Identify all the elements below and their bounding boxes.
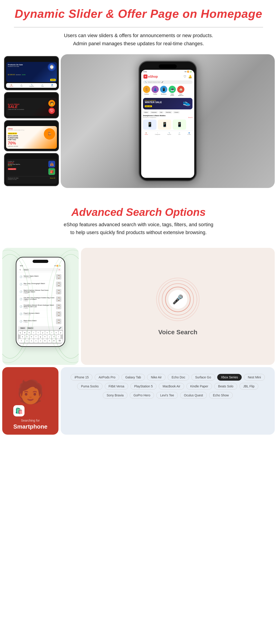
clock-icon-5: 🕐	[19, 305, 22, 308]
clock-icon-4: 🕐	[19, 298, 22, 300]
limited-offer: LIMITED OFFER	[8, 146, 55, 147]
key-o[interactable]: o	[54, 331, 58, 334]
tag-fitbit[interactable]: Fitbit Versa	[105, 383, 128, 390]
smartphone-label: Smartphone	[13, 423, 47, 430]
tag-xbox[interactable]: Xbox Series	[217, 374, 242, 381]
key-h[interactable]: h	[43, 335, 47, 338]
sp-status: 9:41 ▪▪▪ 📶 🔋	[18, 264, 63, 268]
cart-nav-label: Cart	[178, 134, 180, 135]
nav-prof-1: 👤Prof	[51, 84, 53, 87]
app-icon: 🛍️	[13, 405, 24, 416]
watch-image-1: ⌚	[48, 63, 56, 71]
tag-nest[interactable]: Nest Mini	[244, 374, 265, 381]
key-f[interactable]: f	[34, 335, 38, 338]
key-a[interactable]: a	[20, 335, 24, 338]
tag-surface[interactable]: Surface Go	[191, 374, 215, 381]
key-w[interactable]: w	[23, 331, 27, 334]
home-nav-icon: 🏠	[145, 132, 147, 134]
list-text-1: Women Styles Watch In Accessories	[24, 275, 55, 278]
lp-brands: Adidas Aeroposta Aldo AllenSolly Amante	[141, 110, 194, 114]
product-img-1: 👜	[48, 161, 55, 168]
phone-notch-2	[25, 94, 38, 97]
lp-header: M eShop ♡ 🔔	[141, 74, 194, 80]
sp-time: 9:41	[20, 265, 23, 267]
key-y[interactable]: y	[41, 331, 45, 334]
key-p[interactable]: p	[59, 331, 63, 334]
key-q[interactable]: q	[18, 331, 22, 334]
tag-galaxy[interactable]: Galaxy Tab	[121, 374, 145, 381]
suggestion-watchs[interactable]: Watch's	[27, 327, 34, 329]
key-g[interactable]: g	[38, 335, 42, 338]
key-l[interactable]: l	[56, 335, 60, 338]
key-j[interactable]: j	[47, 335, 51, 338]
keyboard-row-3: ⇧ z x c v b n m ⌫	[18, 339, 63, 342]
cat-label-digital: Digitalproduct	[170, 94, 174, 96]
tag-puma[interactable]: Puma Socks	[77, 383, 102, 390]
key-k[interactable]: k	[52, 335, 56, 338]
key-s[interactable]: s	[25, 335, 29, 338]
bell-icon: 🔔	[188, 75, 192, 78]
sp-clear-icon[interactable]: ✕	[58, 269, 60, 271]
tag-sony[interactable]: Sony Bravia	[103, 392, 127, 399]
key-d[interactable]: d	[29, 335, 33, 338]
tag-echo-doc[interactable]: Echo Doc	[168, 374, 189, 381]
tag-airpods[interactable]: AirPods Pro	[95, 374, 119, 381]
lp-logo-icon: M	[143, 74, 148, 78]
key-n[interactable]: n	[47, 339, 51, 342]
keyboard-row-2: a s d f g h j k l	[18, 335, 63, 338]
list-sub-6: In Accessories	[24, 314, 55, 315]
phone-notch-3	[25, 123, 38, 125]
tag-gopro[interactable]: GoPro Hero	[130, 392, 154, 399]
tag-macbook[interactable]: MacBook Air	[159, 383, 184, 390]
key-c[interactable]: c	[34, 339, 38, 342]
key-t[interactable]: t	[36, 331, 40, 334]
tag-oculus[interactable]: Oculus Quest	[180, 392, 207, 399]
cat-label-electronics: Electronics	[161, 94, 166, 95]
list-item-5: 🕐 DressBerry Women Brown Analogue Watch …	[18, 303, 63, 310]
phone-mockup-1: Products On Sale Products On Sale ⌚ $7,0…	[4, 56, 59, 90]
sp-back-icon[interactable]: <	[19, 268, 21, 271]
key-r[interactable]: r	[32, 331, 36, 334]
profile-nav-label: Profile	[188, 134, 191, 135]
key-shift[interactable]: ⇧	[18, 339, 24, 342]
tag-jbl[interactable]: JBL Flip	[240, 383, 258, 390]
list-thumb-7: ⌚	[56, 319, 61, 324]
key-i[interactable]: i	[50, 331, 54, 334]
key-backspace[interactable]: ⌫	[56, 339, 63, 342]
voice-circle-container: 🎤	[155, 277, 200, 322]
brand-allensolly: AllenSolly	[165, 111, 172, 114]
tag-nike[interactable]: Nike Air	[147, 374, 166, 381]
tag-kindle[interactable]: Kindle Paper	[186, 383, 212, 390]
bottom-cards: 🧑 🛍️ Searching for Smartphone iPhone 15 …	[0, 365, 277, 442]
tag-iphone15[interactable]: iPhone 15	[71, 374, 92, 381]
list-item-3: 🕐 Mast & Harbour Women Teal Green Analog…	[18, 288, 63, 296]
cat-home: 🏠 Homeappliances	[177, 86, 184, 96]
show-all-link[interactable]: Show All	[188, 117, 193, 118]
nav-cart: 🛒 Cart	[178, 132, 180, 135]
key-x[interactable]: x	[29, 339, 33, 342]
cat-furniture: 🪑 Furniture	[143, 86, 150, 96]
tag-beats[interactable]: Beats Solo	[214, 383, 237, 390]
key-m[interactable]: m	[52, 339, 56, 342]
nav-home: 🏠 Home	[145, 132, 148, 135]
tag-echo-show[interactable]: Echo Show	[209, 392, 233, 399]
tag-ps5[interactable]: PlayStation 5	[130, 383, 157, 390]
key-z[interactable]: z	[25, 339, 29, 342]
sale-text: BLACK FRIDAY SALE Limited time offer on …	[8, 104, 47, 110]
section2: Advanced Search Options eShop features a…	[0, 197, 277, 248]
cat-electronics: 📱 Electronics	[160, 86, 167, 96]
suggestion-watch[interactable]: Watch	[19, 327, 26, 329]
sp-results-list: 🕐 Women Styles Watch In Accessories ⌚ 🕐 …	[18, 272, 63, 326]
list-text-4: Oris Men Grey Analogue Aviation Big Crow…	[24, 297, 55, 302]
lp-logo: M eShop	[143, 74, 158, 78]
key-v[interactable]: v	[38, 339, 42, 342]
section2-desc: eShop features advanced search with voic…	[37, 220, 240, 236]
sp-search-input[interactable]: Watch ✕	[22, 268, 61, 272]
search-right-panel: 🎤 Voice Search	[81, 248, 275, 365]
voice-search-label: Voice Search	[155, 329, 200, 336]
tag-levis[interactable]: Levi's Tee	[156, 392, 178, 399]
key-u[interactable]: u	[45, 331, 49, 334]
list-title-4: Oris Men Grey Analogue Aviation Big Crow…	[24, 297, 55, 300]
key-b[interactable]: b	[43, 339, 47, 342]
key-e[interactable]: e	[27, 331, 31, 334]
